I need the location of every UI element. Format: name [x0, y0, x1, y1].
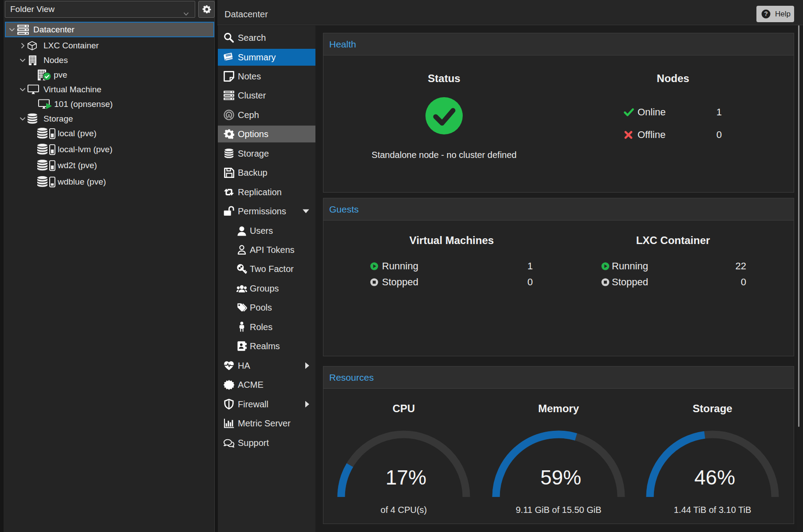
svg-text:?: ? [764, 10, 768, 17]
